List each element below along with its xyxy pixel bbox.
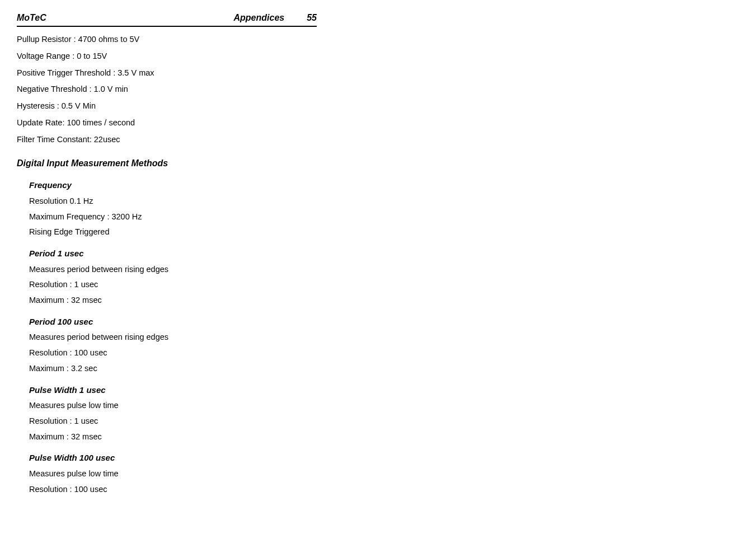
spec-line: Maximum : 32 msec bbox=[29, 294, 739, 307]
header-page-number: 55 bbox=[307, 11, 317, 25]
header-section-title: Appendices bbox=[234, 11, 285, 25]
spec-line: Pullup Resistor : 4700 ohms to 5V bbox=[17, 34, 739, 46]
spec-line: Filter Time Constant: 22usec bbox=[17, 134, 739, 146]
header-brand: MoTeC bbox=[17, 11, 46, 25]
spec-line: Measures pulse low time bbox=[29, 468, 739, 480]
spec-line: Resolution : 100 usec bbox=[29, 347, 739, 359]
section-title: Digital Input Measurement Methods bbox=[17, 157, 739, 170]
spec-line: Resolution : 100 usec bbox=[29, 484, 739, 496]
spec-line: Resolution 0.1 Hz bbox=[29, 195, 739, 208]
spec-line: Update Rate: 100 times / second bbox=[17, 117, 739, 129]
spec-line: Maximum Frequency : 3200 Hz bbox=[29, 211, 739, 223]
spec-line: Rising Edge Triggered bbox=[29, 226, 739, 238]
page-header: MoTeC Appendices 55 bbox=[17, 11, 317, 27]
spec-line: Measures period between rising edges bbox=[29, 264, 739, 276]
subsection-title: Period 1 usec bbox=[29, 247, 739, 260]
subsection-frequency: Frequency Resolution 0.1 Hz Maximum Freq… bbox=[29, 179, 739, 238]
spec-line: Hysteresis : 0.5 V Min bbox=[17, 100, 739, 113]
spec-line: Maximum : 3.2 sec bbox=[29, 363, 739, 375]
spec-line: Measures period between rising edges bbox=[29, 331, 739, 344]
spec-line: Resolution : 1 usec bbox=[29, 279, 739, 291]
subsection-period-100-usec: Period 100 usec Measures period between … bbox=[29, 316, 739, 375]
subsection-pulse-width-1-usec: Pulse Width 1 usec Measures pulse low ti… bbox=[29, 384, 739, 443]
subsection-title: Frequency bbox=[29, 179, 739, 192]
spec-line: Resolution : 1 usec bbox=[29, 415, 739, 428]
subsection-pulse-width-100-usec: Pulse Width 100 usec Measures pulse low … bbox=[29, 452, 739, 495]
subsection-title: Pulse Width 1 usec bbox=[29, 384, 739, 397]
subsection-period-1-usec: Period 1 usec Measures period between ri… bbox=[29, 247, 739, 307]
spec-line: Negative Threshold : 1.0 V min bbox=[17, 83, 739, 96]
spec-line: Maximum : 32 msec bbox=[29, 431, 739, 443]
spec-line: Positive Trigger Threshold : 3.5 V max bbox=[17, 67, 739, 79]
subsection-title: Period 100 usec bbox=[29, 316, 739, 329]
subsection-title: Pulse Width 100 usec bbox=[29, 452, 739, 465]
spec-line: Voltage Range : 0 to 15V bbox=[17, 50, 739, 63]
spec-line: Measures pulse low time bbox=[29, 400, 739, 412]
